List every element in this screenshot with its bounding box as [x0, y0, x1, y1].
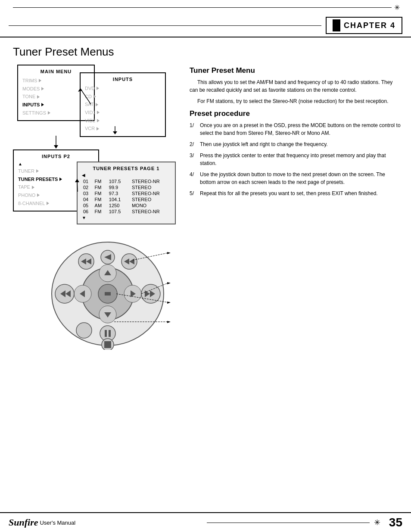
footer-line — [207, 523, 370, 523]
preset-freq: 104.1 — [108, 196, 131, 202]
preset-num: 01 — [82, 178, 93, 184]
step-num: 5/ — [190, 190, 198, 197]
arr-sat — [96, 103, 98, 106]
preset-mode: STEREO-NR — [131, 190, 171, 196]
arr-cd — [93, 95, 96, 98]
preset-band: FM — [93, 190, 108, 196]
arr-vid1 — [97, 111, 100, 114]
menu-row1: MAIN MENU TRIMS MODES TONE INPUTS SETTIN… — [13, 65, 181, 136]
preset-mode: STEREO-NR — [131, 178, 171, 184]
left-column: MAIN MENU TRIMS MODES TONE INPUTS SETTIN… — [13, 65, 181, 233]
svg-marker-46 — [167, 282, 171, 284]
inputs-p2-title: INPUTS P2 — [18, 154, 94, 159]
preset-freq: 1250 — [108, 202, 131, 208]
preset-steps-list: 1/ Once you are on a preset in the OSD, … — [190, 121, 402, 197]
top-asterisk: ✳ — [394, 3, 400, 12]
svg-rect-37 — [109, 330, 111, 337]
preset-freq: 99.9 — [108, 184, 131, 190]
presets-down-arrow: ▼ — [82, 215, 171, 220]
inputs-submenu-box: INPUTS DVD CD SAT VID1 VID2 VCR — [80, 72, 166, 137]
step-text: Repeat this for all the presets you want… — [200, 190, 378, 197]
inputs-sat: SAT — [85, 100, 161, 109]
presets-title: TUNER PRESETS PAGE 1 — [82, 166, 171, 171]
footer-manual: User's Manual — [40, 520, 202, 526]
preset-row: 06 FM 107.5 STEREO-NR — [82, 208, 171, 215]
svg-marker-48 — [167, 321, 171, 323]
inputs-title: INPUTS — [85, 77, 161, 82]
arr-vcr — [97, 127, 99, 131]
inputs-cd: CD — [85, 93, 161, 101]
down-arrow-svg — [17, 136, 103, 149]
tuner-body-p1: This allows you to set the AM/FM band an… — [190, 78, 402, 94]
preset-num: 04 — [82, 196, 93, 202]
preset-row: 02 FM 99.9 STEREO — [82, 184, 171, 190]
preset-num: 02 — [82, 184, 93, 190]
footer-brand: Sunfire — [9, 517, 38, 528]
preset-band: FM — [93, 184, 108, 190]
arr-dvd — [97, 87, 99, 90]
presets-table: 01 FM 107.5 STEREO-NR02 FM 99.9 STEREO03… — [82, 178, 171, 215]
menu-row2: INPUTS P2 ▲ TUNER TUNER PRESETS TAPE PHO… — [13, 149, 181, 233]
arrow-trims — [39, 79, 41, 82]
svg-rect-27 — [105, 292, 111, 296]
arrow-tone — [37, 95, 40, 99]
page-title: Tuner Preset Menus — [13, 45, 402, 59]
preset-mode: STEREO-NR — [131, 208, 171, 215]
preset-step: 4/ Use the joystick down button to move … — [190, 171, 402, 186]
presets-up-arrow: ◀ — [82, 173, 171, 177]
preset-freq: 107.5 — [108, 208, 131, 215]
preset-mode: STEREO — [131, 184, 171, 190]
preset-row: 01 FM 107.5 STEREO-NR — [82, 178, 171, 184]
step-text: Press the joystick center to enter that … — [200, 152, 402, 167]
header-line-left — [9, 25, 321, 26]
page-number: 35 — [389, 516, 402, 529]
svg-rect-36 — [105, 330, 107, 337]
down-connector — [17, 136, 181, 149]
preset-num: 06 — [82, 208, 93, 215]
arr-phono — [37, 193, 40, 197]
svg-rect-40 — [104, 341, 111, 348]
preset-band: AM — [93, 202, 108, 208]
svg-marker-45 — [167, 252, 171, 254]
step-num: 4/ — [190, 171, 198, 186]
step-text: Once you are on a preset in the OSD, pre… — [200, 121, 402, 137]
top-decoration: ✳ — [0, 0, 411, 12]
svg-marker-5 — [54, 145, 58, 149]
preset-row: 04 FM 104.1 STEREO — [82, 196, 171, 202]
preset-step: 5/ Repeat this for all the presets you w… — [190, 190, 402, 197]
step-text: Use the joystick down button to move to … — [200, 171, 402, 186]
preset-procedure-heading: Preset procedure — [190, 109, 402, 118]
preset-step: 2/ Then use joystick left and right to c… — [190, 140, 402, 148]
preset-step: 3/ Press the joystick center to enter th… — [190, 152, 402, 167]
arrow-inputs — [41, 103, 44, 106]
remote-section — [0, 233, 411, 376]
preset-procedure-section: Preset procedure 1/ Once you are on a pr… — [190, 109, 402, 197]
preset-freq: 97.3 — [108, 190, 131, 196]
preset-row: 03 FM 97.3 STEREO-NR — [82, 190, 171, 196]
svg-marker-47 — [167, 302, 171, 304]
arrow-modes — [41, 87, 44, 90]
preset-band: FM — [93, 208, 108, 215]
step-num: 2/ — [190, 140, 198, 148]
tuner-preset-menu-heading: Tuner Preset Menu — [190, 66, 402, 75]
footer-asterisk: ✳ — [374, 518, 380, 527]
page-header: CHAPTER 4 — [0, 12, 411, 37]
footer: Sunfire User's Manual ✳ 35 — [0, 512, 411, 532]
arr-tape — [32, 186, 34, 189]
chapter-tab — [333, 19, 340, 31]
preset-band: FM — [93, 196, 108, 202]
preset-band: FM — [93, 178, 108, 184]
tuner-preset-menu-body: This allows you to set the AM/FM band an… — [190, 78, 402, 105]
arr-8channel — [47, 202, 49, 205]
preset-num: 05 — [82, 202, 93, 208]
step-num: 1/ — [190, 121, 198, 137]
presets-box: TUNER PRESETS PAGE 1 ◀ 01 FM 107.5 STERE… — [77, 162, 176, 224]
remote-svg — [34, 238, 198, 350]
preset-mode: MONO — [131, 202, 171, 208]
svg-point-34 — [76, 323, 92, 338]
arr-tuner — [36, 169, 39, 173]
chapter-label: CHAPTER 4 — [344, 21, 395, 30]
inputs-dvd: DVD — [85, 84, 161, 93]
inputs-vcr: VCR — [85, 124, 161, 133]
step-text: Then use joystick left and right to chan… — [200, 140, 328, 148]
